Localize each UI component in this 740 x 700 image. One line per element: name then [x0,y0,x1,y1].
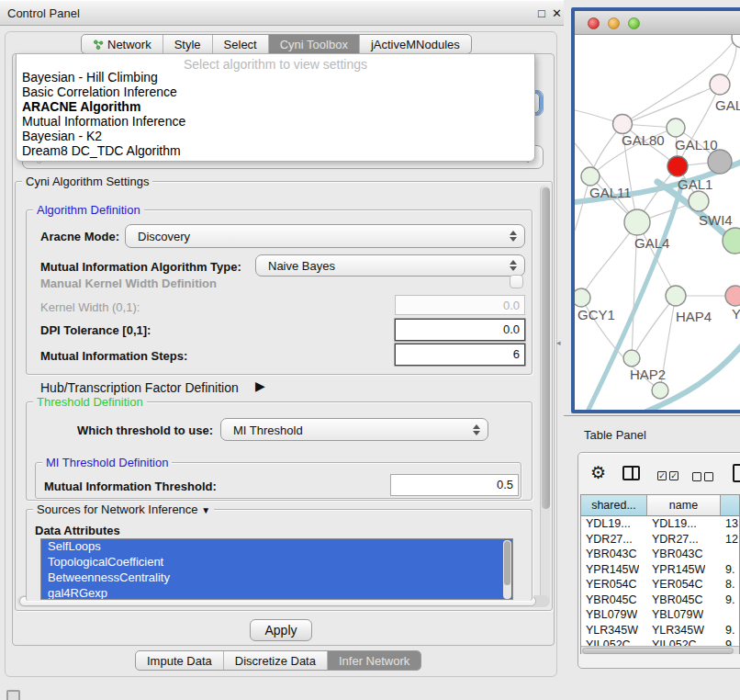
collapse-right-icon[interactable]: ▶ [255,378,265,393]
dpi-tolerance-field[interactable]: 0.0 [395,319,525,341]
tab-network[interactable]: Network [82,35,163,53]
table-horizontal-scrollbar[interactable] [581,646,739,654]
table-row[interactable]: YBR043C YBR043C [581,547,740,562]
unchecked-checkbox-icon[interactable] [704,472,713,481]
dropdown-item[interactable]: Bayesian - Hill Climbing [22,70,158,85]
list-vertical-scrollbar[interactable] [503,540,511,599]
node-gal80[interactable] [613,115,633,134]
scrollbar-thumb[interactable] [582,648,734,654]
dpi-tolerance-label: DPI Tolerance [0,1]: [40,323,151,337]
node-hap2[interactable] [623,350,640,367]
bottom-tab-bar: Impute Data Discretize Data Infer Networ… [135,650,421,671]
tab-style[interactable]: Style [163,35,212,53]
data-attributes-list[interactable]: SelfLoops TopologicalCoefficient Between… [40,538,513,600]
kernel-width-field[interactable]: 0.0 [395,295,525,315]
node-gal-partial[interactable] [710,74,730,95]
column-layout-icon[interactable] [622,466,640,480]
apply-button[interactable]: Apply [250,619,312,641]
group-title: MI Threshold Definition [42,456,172,469]
node[interactable] [732,35,740,48]
data-attributes-label: Data Attributes [35,524,120,537]
network-view-window[interactable]: GAL GAL80 GAL10 GAL1 GAL11 SWI4 GAL4 GCY… [571,7,740,413]
node-label: Y [732,306,740,322]
aracne-mode-label: Aracne Mode: [40,230,119,243]
tab-label: Network [107,38,151,51]
table-row[interactable]: YDR27... YDR27... 12 [581,532,740,548]
close-panel-icon[interactable]: ✕ [552,6,562,20]
tab-jactivemnodules[interactable]: jActiveMNodules [359,35,471,53]
table-row[interactable]: YLR345W YLR345W 9. [581,623,740,638]
group-title: Cyni Algorithm Settings [22,175,152,188]
group-title: Threshold Definition [33,395,147,409]
checked-checkbox-icon[interactable]: ✓ [657,471,667,480]
table-row[interactable]: YPR145W YPR145W 9. [581,562,740,578]
minimized-panel-icon[interactable] [6,690,20,700]
combobox-value: Discovery [138,230,190,243]
node-gal11[interactable] [581,167,600,186]
close-window-icon[interactable] [588,17,600,29]
node-gray[interactable] [708,150,732,174]
node-gal1-selected-red[interactable] [667,156,688,176]
node-gal10[interactable] [667,119,685,137]
dropdown-item[interactable]: Dream8 DC_TDC Algorithm [22,143,181,158]
node-hap4[interactable] [666,286,686,306]
manual-kernel-checkbox[interactable] [510,275,523,288]
hub-definition-label[interactable]: Hub/Transcription Factor Definition [40,380,239,395]
aracne-mode-combobox[interactable]: Discovery [125,224,525,248]
scrollbar-thumb[interactable] [504,541,510,585]
list-item-selected[interactable]: SelfLoops [41,539,512,555]
node-label: SWI4 [699,212,733,228]
node-salmon-right[interactable] [725,286,740,306]
dropdown-item[interactable]: Bayesian - K2 [22,129,102,143]
node-label: GAL1 [678,176,712,192]
divider-collapse-icon[interactable]: ◂ [556,338,561,347]
tab-select[interactable]: Select [212,35,268,53]
column-header-partial[interactable] [721,495,740,516]
stepper-arrows-icon [473,424,480,435]
collapse-down-icon[interactable]: ▼ [201,505,210,515]
dropdown-item-aracne[interactable]: ARACNE Algorithm [22,99,140,114]
float-panel-icon[interactable]: □ [538,6,545,20]
node-swi4[interactable] [689,191,709,211]
list-item-selected[interactable]: TopologicalCoefficient [41,555,512,570]
network-window-titlebar[interactable] [575,11,740,35]
document-icon[interactable] [733,464,740,482]
tab-cyni-toolbox[interactable]: Cyni Toolbox [268,35,359,53]
node-gcy1[interactable] [575,288,590,307]
combobox-value: MI Threshold [233,423,303,436]
mi-threshold-field[interactable]: 0.5 [390,474,519,496]
tab-impute-data[interactable]: Impute Data [136,651,223,670]
column-header-shared[interactable]: shared... [581,495,647,516]
checked-checkbox-icon[interactable]: ✓ [669,471,678,480]
tab-discretize-data[interactable]: Discretize Data [223,651,327,670]
app-root: Control Panel □ ✕ gal-filtered.sif defau… [0,0,740,700]
node-label: GCY1 [577,307,615,322]
node-label: GAL [715,97,740,113]
which-threshold-combobox[interactable]: MI Threshold [220,418,488,441]
node-gal4[interactable] [624,209,650,235]
gear-icon[interactable]: ⚙ [590,462,606,483]
stepper-arrows-icon [510,260,517,271]
table-panel-title: Table Panel [584,428,646,442]
table-row[interactable]: YBL079W YBL079W [581,607,740,623]
zoom-window-icon[interactable] [628,17,640,29]
tab-infer-network[interactable]: Infer Network [327,651,420,670]
table-row[interactable]: YBR045C YBR045C 9. [581,593,740,608]
table-row[interactable]: YDL19... YDL19... 13 [581,516,740,532]
minimize-window-icon[interactable] [608,17,620,29]
mi-steps-field[interactable]: 6 [395,344,525,366]
node-bottom-partial[interactable] [652,382,668,399]
list-item-selected[interactable]: BetweennessCentrality [41,570,512,586]
column-header-name[interactable]: name [647,495,721,516]
list-item-selected[interactable]: gal4RGexp [41,586,512,600]
mi-type-combobox[interactable]: Naive Bayes [255,254,525,277]
node-attribute-table[interactable]: shared... name YDL19... YDL19... 13 YDR2… [580,494,740,654]
settings-vertical-scrollbar[interactable] [540,186,550,604]
network-canvas[interactable]: GAL GAL80 GAL10 GAL1 GAL11 SWI4 GAL4 GCY… [575,35,740,410]
algorithm-dropdown-list: Select algorithm to view settings Bayesi… [16,53,535,162]
unchecked-checkbox-icon[interactable] [692,472,701,481]
scrollbar-thumb[interactable] [542,187,550,509]
dropdown-item[interactable]: Mutual Information Inference [22,114,185,129]
table-row[interactable]: YER054C YER054C 8. [581,577,740,593]
dropdown-item[interactable]: Basic Correlation Inference [22,85,177,99]
